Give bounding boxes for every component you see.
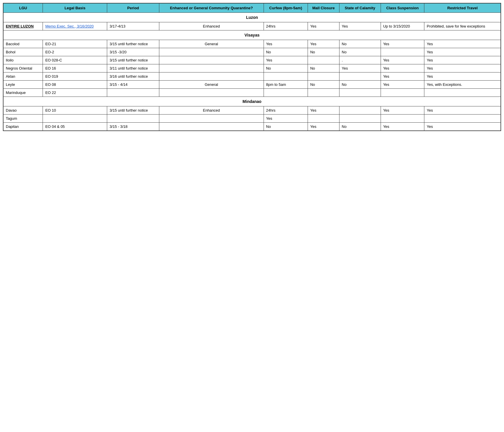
- table-row: MarinduqueEO 22: [3, 89, 501, 97]
- cell-restricted-travel: Yes: [424, 72, 501, 81]
- header-row: LGU Legal Basis Period Enhanced or Gener…: [3, 3, 501, 13]
- table-row: DapitanEO 04 & 053/15 - 3/18NoYesNoYesYe…: [3, 123, 501, 131]
- cell-period: 3/17-4/13: [107, 22, 159, 30]
- cell-curfew: Yes: [264, 56, 308, 64]
- cell-class-suspension: Yes: [381, 40, 424, 48]
- cell-class-suspension: Yes: [381, 106, 424, 115]
- cell-state-calamity: No: [339, 123, 381, 131]
- cell-state-calamity: No: [339, 40, 381, 48]
- main-table: LGU Legal Basis Period Enhanced or Gener…: [3, 3, 501, 131]
- cell-period: [107, 89, 159, 97]
- cell-state-calamity: No: [339, 48, 381, 56]
- cell-restricted-travel: Yes: [424, 123, 501, 131]
- cell-restricted-travel: Yes: [424, 64, 501, 72]
- cell-restricted-travel: Yes: [424, 56, 501, 64]
- cell-restricted-travel: [424, 89, 501, 97]
- cell-mall-closure: Yes: [308, 40, 339, 48]
- section-header-visayas: Visayas: [3, 30, 501, 40]
- cell-period: 3/11 until further notice: [107, 64, 159, 72]
- col-mall-closure: Mall Closure: [308, 3, 339, 13]
- cell-ecq: [159, 115, 264, 123]
- cell-curfew: Yes: [264, 40, 308, 48]
- cell-ecq: [159, 48, 264, 56]
- cell-ecq: General: [159, 81, 264, 89]
- cell-class-suspension: Yes: [381, 64, 424, 72]
- cell-class-suspension: Yes: [381, 72, 424, 81]
- cell-legal-basis: EO 10: [43, 106, 107, 115]
- cell-mall-closure: [308, 56, 339, 64]
- cell-lgu: Dapitan: [3, 123, 43, 131]
- cell-period: 3/15 until further notice: [107, 106, 159, 115]
- cell-period: [107, 115, 159, 123]
- cell-curfew: 24hrs: [264, 22, 308, 30]
- table-row: BoholEO-23/15 -3/20NoNoNoYes: [3, 48, 501, 56]
- cell-ecq: [159, 89, 264, 97]
- col-period: Period: [107, 3, 159, 13]
- cell-curfew: No: [264, 123, 308, 131]
- cell-legal-basis[interactable]: Memo Exec. Sec., 3/16/2020: [43, 22, 107, 30]
- cell-lgu: Negros Oriental: [3, 64, 43, 72]
- cell-state-calamity: .: [339, 56, 381, 64]
- cell-curfew: [264, 72, 308, 81]
- section-label: Luzon: [3, 13, 501, 22]
- cell-legal-basis: EO 019: [43, 72, 107, 81]
- cell-ecq: [159, 123, 264, 131]
- cell-period: 3/15 - 4/14: [107, 81, 159, 89]
- cell-class-suspension: [381, 48, 424, 56]
- cell-curfew: No: [264, 64, 308, 72]
- cell-lgu: Aklan: [3, 72, 43, 81]
- legal-basis-link[interactable]: Memo Exec. Sec., 3/16/2020: [45, 24, 94, 28]
- cell-class-suspension: Yes: [381, 56, 424, 64]
- table-row: LeyteEO 083/15 - 4/14General8pm to 5amNo…: [3, 81, 501, 89]
- cell-lgu: Bacolod: [3, 40, 43, 48]
- cell-mall-closure: No: [308, 64, 339, 72]
- cell-ecq: Enhanced: [159, 106, 264, 115]
- cell-period: 3/15 until further notice: [107, 56, 159, 64]
- cell-mall-closure: Yes: [308, 123, 339, 131]
- cell-mall-closure: Yes: [308, 22, 339, 30]
- table-row: TagumYes: [3, 115, 501, 123]
- cell-lgu: Iloilo: [3, 56, 43, 64]
- table-row: ENTIRE LUZONMemo Exec. Sec., 3/16/20203/…: [3, 22, 501, 30]
- cell-restricted-travel: Yes, with Exceptions.: [424, 81, 501, 89]
- cell-period: 3/15 - 3/18: [107, 123, 159, 131]
- col-curfew: Curfew (8pm-5am): [264, 3, 308, 13]
- cell-ecq: [159, 72, 264, 81]
- cell-lgu: Tagum: [3, 115, 43, 123]
- cell-restricted-travel: Yes: [424, 106, 501, 115]
- cell-state-calamity: Yes: [339, 22, 381, 30]
- cell-lgu: Bohol: [3, 48, 43, 56]
- cell-period: 3/16 until further notice: [107, 72, 159, 81]
- cell-restricted-travel: Yes: [424, 48, 501, 56]
- cell-legal-basis: EO 028-C: [43, 56, 107, 64]
- cell-class-suspension: Up to 3/15/2020: [381, 22, 424, 30]
- cell-restricted-travel: [424, 115, 501, 123]
- cell-curfew: 24hrs: [264, 106, 308, 115]
- cell-mall-closure: [308, 72, 339, 81]
- cell-curfew: 8pm to 5am: [264, 81, 308, 89]
- table-row: IloiloEO 028-C3/15 until further noticeY…: [3, 56, 501, 64]
- cell-legal-basis: EO-2: [43, 48, 107, 56]
- cell-mall-closure: No: [308, 48, 339, 56]
- cell-class-suspension: Yes: [381, 81, 424, 89]
- cell-mall-closure: No: [308, 81, 339, 89]
- cell-restricted-travel: Prohibited, save for few exceptions: [424, 22, 501, 30]
- table-row: Negros OrientalEO 163/11 until further n…: [3, 64, 501, 72]
- table-row: AklanEO 0193/16 until further noticeYesY…: [3, 72, 501, 81]
- col-state-calamity: State of Calamity: [339, 3, 381, 13]
- col-lgu: LGU: [3, 3, 43, 13]
- section-header-mindanao: Mindanao: [3, 97, 501, 106]
- cell-class-suspension: Yes: [381, 123, 424, 131]
- cell-state-calamity: [339, 72, 381, 81]
- cell-restricted-travel: Yes: [424, 40, 501, 48]
- table-row: DavaoEO 103/15 until further noticeEnhan…: [3, 106, 501, 115]
- col-legal-basis: Legal Basis: [43, 3, 107, 13]
- cell-lgu: ENTIRE LUZON: [3, 22, 43, 30]
- cell-legal-basis: EO 22: [43, 89, 107, 97]
- cell-mall-closure: Yes: [308, 106, 339, 115]
- cell-curfew: Yes: [264, 115, 308, 123]
- cell-state-calamity: Yes: [339, 64, 381, 72]
- cell-state-calamity: [339, 89, 381, 97]
- cell-class-suspension: [381, 115, 424, 123]
- col-restricted-travel: Restricted Travel: [424, 3, 501, 13]
